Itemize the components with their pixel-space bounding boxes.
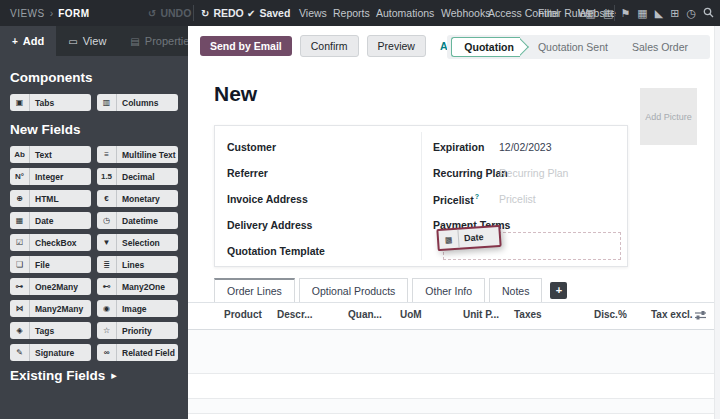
field-quotation-template[interactable]: Quotation Template xyxy=(227,238,305,264)
field-customer[interactable]: Customer xyxy=(227,134,305,160)
field-label: Integer xyxy=(30,172,63,182)
menu-views[interactable]: Views xyxy=(299,0,327,26)
col-unit-price[interactable]: Unit P... xyxy=(463,309,499,320)
preview-button[interactable]: Preview xyxy=(367,35,426,57)
existing-fields-heading[interactable]: Existing Fields ▸ xyxy=(10,368,117,383)
notebook-tab-bar: Order Lines Optional Products Other Info… xyxy=(214,278,567,302)
recurring-plan-placeholder[interactable]: Recurring Plan xyxy=(499,167,568,179)
field-html[interactable]: ⊕HTML xyxy=(10,190,91,207)
field-lines[interactable]: ≣Lines xyxy=(97,256,178,273)
plus-icon: + xyxy=(12,36,18,47)
field-multiline-text[interactable]: ≡Multiline Text xyxy=(97,146,178,163)
undo-button[interactable]: ↺ UNDO xyxy=(148,0,191,26)
field-label: Monetary xyxy=(117,194,160,204)
field-monetary[interactable]: €Monetary xyxy=(97,190,178,207)
record-title[interactable]: New xyxy=(214,82,257,106)
tab-view[interactable]: ▭ View xyxy=(56,26,118,56)
field-file[interactable]: ❏File xyxy=(10,256,91,273)
col-product[interactable]: Product xyxy=(224,309,262,320)
scrollbar-track[interactable] xyxy=(714,26,720,419)
redo-button[interactable]: ↻ REDO xyxy=(201,0,244,26)
field-label: Tags xyxy=(30,326,54,336)
components-grid: ▣ Tabs ▥ Columns xyxy=(10,94,178,111)
send-by-email-button[interactable]: Send by Email xyxy=(200,36,292,56)
field-many2many[interactable]: ⋈Many2Many xyxy=(10,300,91,317)
saved-status: ✔ Saved xyxy=(247,0,290,26)
field-signature[interactable]: ✎Signature xyxy=(10,344,91,361)
field-priority[interactable]: ☆Priority xyxy=(97,322,178,339)
breadcrumb-views[interactable]: VIEWS xyxy=(10,8,45,19)
selection-icon: ▼ xyxy=(97,234,117,251)
field-integer[interactable]: N°Integer xyxy=(10,168,91,185)
pivot-icon[interactable]: ⊞ xyxy=(670,8,679,19)
component-label: Columns xyxy=(117,98,158,108)
tab-notes[interactable]: Notes xyxy=(489,278,542,302)
field-image[interactable]: ◉Image xyxy=(97,300,178,317)
pricelist-placeholder[interactable]: Pricelist xyxy=(499,193,536,205)
col-discount[interactable]: Disc.% xyxy=(594,309,627,320)
status-step-quotation[interactable]: Quotation xyxy=(451,37,526,57)
list-icon[interactable]: ▤ xyxy=(603,8,613,19)
menu-access-control[interactable]: Access Control xyxy=(488,0,536,26)
image-icon: ◉ xyxy=(97,300,117,317)
tab-other-info[interactable]: Other Info xyxy=(412,278,485,302)
columns-icon: ▥ xyxy=(97,94,117,111)
field-label: Delivery Address xyxy=(227,219,305,231)
existing-fields-label: Existing Fields xyxy=(10,368,105,383)
component-columns[interactable]: ▥ Columns xyxy=(97,94,178,111)
field-related-field[interactable]: ∞Related Field xyxy=(97,344,178,361)
field-decimal[interactable]: 1.5Decimal xyxy=(97,168,178,185)
field-checkbox[interactable]: ☑CheckBox xyxy=(10,234,91,251)
field-many2one[interactable]: ⊷Many2One xyxy=(97,278,178,295)
field-label: Many2Many xyxy=(30,304,83,314)
col-quantity[interactable]: Quan... xyxy=(348,309,382,320)
field-invoice-address[interactable]: Invoice Address xyxy=(227,186,305,212)
search-icon[interactable] xyxy=(703,4,714,22)
breadcrumb-form: FORM xyxy=(58,8,89,19)
table-row[interactable] xyxy=(188,330,714,374)
clock-icon[interactable]: ◷ xyxy=(686,8,696,19)
status-step-quotation-sent[interactable]: Quotation Sent xyxy=(526,41,620,53)
field-label: Datetime xyxy=(117,216,158,226)
field-selection[interactable]: ▼Selection xyxy=(97,234,178,251)
status-step-sales-order[interactable]: Sales Order xyxy=(620,41,700,53)
optional-columns-icon[interactable] xyxy=(695,310,706,322)
field-tags[interactable]: ◈Tags xyxy=(10,322,91,339)
tab-order-lines[interactable]: Order Lines xyxy=(214,278,295,302)
field-text[interactable]: AbText xyxy=(10,146,91,163)
drag-chip-label: Date xyxy=(459,232,484,244)
field-one2many[interactable]: ⊶One2Many xyxy=(10,278,91,295)
tab-add[interactable]: + Add xyxy=(0,26,56,56)
confirm-button[interactable]: Confirm xyxy=(300,35,359,57)
field-label: Related Field xyxy=(117,348,175,358)
field-delivery-address[interactable]: Delivery Address xyxy=(227,212,305,238)
menu-automations[interactable]: Automations xyxy=(376,0,434,26)
col-uom[interactable]: UoM xyxy=(400,309,422,320)
add-tab-button[interactable]: + xyxy=(550,282,567,299)
field-pricelist[interactable]: Pricelist? Pricelist xyxy=(433,186,568,212)
menu-webhooks[interactable]: Webhooks xyxy=(441,0,490,26)
table-row[interactable] xyxy=(188,399,714,414)
file-icon: ❏ xyxy=(10,256,30,273)
field-referrer[interactable]: Referrer xyxy=(227,160,305,186)
kanban-icon[interactable]: ▥ xyxy=(586,8,596,19)
add-picture-box[interactable]: Add Picture xyxy=(640,88,697,145)
field-column-right: Expiration 12/02/2023 Recurring Plan Rec… xyxy=(433,134,568,238)
flag-icon[interactable]: ⚑ xyxy=(620,8,630,19)
tab-optional-products[interactable]: Optional Products xyxy=(299,278,408,302)
menu-reports[interactable]: Reports xyxy=(333,0,370,26)
dragged-date-field[interactable]: ▦ Date xyxy=(436,225,501,251)
table-row[interactable] xyxy=(188,374,714,399)
calendar-icon[interactable]: ▦ xyxy=(637,8,647,19)
col-description[interactable]: Descr... xyxy=(277,309,313,320)
field-recurring-plan[interactable]: Recurring Plan Recurring Plan xyxy=(433,160,568,186)
expiration-value[interactable]: 12/02/2023 xyxy=(499,141,552,153)
field-datetime[interactable]: ◷Datetime xyxy=(97,212,178,229)
col-tax-excl[interactable]: Tax excl. xyxy=(651,309,693,320)
graph-icon[interactable]: ◣ xyxy=(655,8,663,19)
menu-filter-rules[interactable]: Filter Rules xyxy=(538,0,574,26)
col-taxes[interactable]: Taxes xyxy=(514,309,542,320)
field-expiration[interactable]: Expiration 12/02/2023 xyxy=(433,134,568,160)
component-tabs[interactable]: ▣ Tabs xyxy=(10,94,91,111)
field-date[interactable]: ▦Date xyxy=(10,212,91,229)
